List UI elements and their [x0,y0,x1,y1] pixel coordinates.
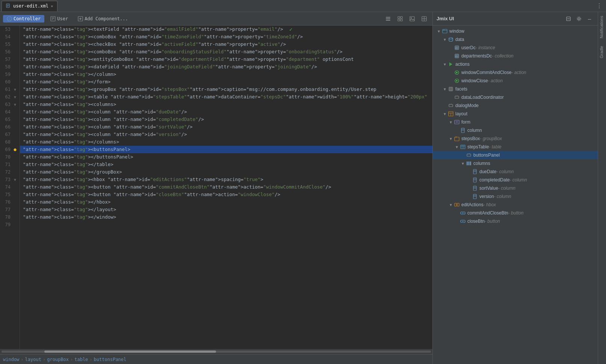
code-line-57[interactable]: "attr-name">class="tag"><entityComboBox … [20,56,432,63]
tree-expand-actions[interactable]: ▼ [442,61,448,67]
tree-expand-commitAndCloseBtn[interactable] [454,210,460,216]
tree-expand-dueDate[interactable] [466,169,472,175]
tree-item-stepsBox[interactable]: ▼stepsBox - groupBox [433,134,598,143]
toolbar-tab-user[interactable]: User [47,15,72,23]
code-line-76[interactable]: "attr-name">class="tag"></hbox> [20,198,432,206]
tree-item-column[interactable]: column [433,126,598,134]
tree-item-commitAndCloseBtn[interactable]: commitAndCloseBtn - button [433,209,598,217]
code-line-69[interactable]: "attr-name">class="tag"><buttonsPanel> [20,146,432,153]
tree-expand-data[interactable]: ▼ [442,36,448,42]
panel-minimize-button[interactable] [564,14,573,23]
code-line-60[interactable]: "attr-name">class="tag"></form> [20,78,432,86]
breadcrumb-item-groupBox[interactable]: groupBox [47,357,69,362]
fold-icon-73[interactable]: ▼ [14,178,16,182]
list-view-button[interactable] [383,14,393,24]
scrollbar-track[interactable] [2,350,431,353]
tree-item-columns[interactable]: ▼columns [433,159,598,168]
tree-expand-dataLoadCoordinator[interactable] [448,94,454,100]
tree-expand-userDc[interactable] [448,45,454,51]
tree-expand-sortValue[interactable] [466,185,472,191]
tree-expand-stepsBox[interactable]: ▼ [448,136,454,142]
code-line-79[interactable] [20,221,432,228]
code-line-55[interactable]: "attr-name">class="tag"><checkBox "attr-… [20,41,432,48]
tree-item-sortValue[interactable]: sortValue - column [433,184,598,192]
tree-expand-departmentsDc[interactable] [448,53,454,59]
tree-item-form[interactable]: ▼form [433,118,598,126]
toolbar-tab-controller[interactable]: C Controller [3,15,44,23]
tree-expand-windowCommitAndClose[interactable] [448,69,454,76]
code-line-68[interactable]: "attr-name">class="tag"></columns> [20,138,432,146]
tree-expand-editActions[interactable]: ▼ [448,202,454,208]
breadcrumb-item-buttonsPanel[interactable]: buttonsPanel [94,357,127,362]
tree-item-dataLoadCoordinator[interactable]: dataLoadCoordinator [433,93,598,101]
code-line-54[interactable]: "attr-name">class="tag"><comboBox "attr-… [20,33,432,41]
code-line-75[interactable]: "attr-name">class="tag"><button "attr-na… [20,191,432,198]
fold-icon-62[interactable]: ▼ [14,95,16,99]
breadcrumb-item-table[interactable]: table [74,357,88,362]
tree-item-version[interactable]: version - column [433,192,598,201]
tree-expand-columns[interactable]: ▼ [460,160,466,166]
code-line-78[interactable]: "attr-name">class="tag"></window> [20,213,432,221]
tree-item-completedDate[interactable]: completedDate - column [433,176,598,184]
code-line-56[interactable]: "attr-name">class="tag"><comboBox "attr-… [20,48,432,56]
code-line-62[interactable]: "attr-name">class="tag"><table "attr-nam… [20,93,432,101]
breadcrumb-item-layout[interactable]: layout [25,357,41,362]
code-content[interactable]: "attr-name">class="tag"><textField "attr… [20,26,432,349]
tree-expand-form[interactable]: ▼ [448,119,454,125]
gradle-strip-item[interactable]: Gradle [598,42,606,62]
fold-icon-61[interactable]: ▼ [14,88,16,92]
tree-item-facets[interactable]: ▼facets [433,85,598,93]
tree-item-closeBtn[interactable]: closeBtn - button [433,217,598,225]
tab-menu-dots[interactable]: ⋮ [594,2,604,9]
tree-expand-closeBtn[interactable] [454,218,460,224]
tree-item-window[interactable]: ▼window [433,27,598,35]
breadcrumb-item-window[interactable]: window [3,357,19,362]
active-tab[interactable]: user-edit.xml × [2,1,57,11]
tree-container[interactable]: ▼window▼data dcuserDc - instance dcdepar… [433,26,598,364]
image-view-button[interactable] [407,14,417,24]
code-line-61[interactable]: "attr-name">class="tag"><groupBox "attr-… [20,86,432,93]
tree-item-departmentsDc[interactable]: dcdepartmentsDc - collection [433,52,598,60]
tree-expand-buttonsPanel[interactable] [460,152,466,158]
code-line-65[interactable]: "attr-name">class="tag"><column "attr-na… [20,116,432,123]
tree-expand-windowClose[interactable] [448,78,454,84]
code-line-77[interactable]: "attr-name">class="tag"></layout> [20,206,432,213]
code-line-53[interactable]: "attr-name">class="tag"><textField "attr… [20,26,432,33]
code-line-70[interactable]: "attr-name">class="tag"></buttonsPanel> [20,153,432,161]
code-line-63[interactable]: "attr-name">class="tag"><columns> [20,101,432,108]
tree-item-actions[interactable]: ▼actions [433,60,598,68]
image2-view-button[interactable] [419,14,429,24]
tree-item-layout[interactable]: ▼layout [433,110,598,118]
tree-item-dialogMode[interactable]: dialogMode [433,101,598,110]
tab-close-button[interactable]: × [51,4,53,9]
panel-close-button[interactable]: — [585,14,594,23]
tree-expand-dialogMode[interactable] [442,103,448,109]
code-line-71[interactable]: "attr-name">class="tag"></table> [20,161,432,168]
tree-expand-window[interactable]: ▼ [436,28,442,34]
tree-item-userDc[interactable]: dcuserDc - instance [433,44,598,52]
code-line-72[interactable]: "attr-name">class="tag"></groupBox> [20,168,432,176]
tree-item-windowCommitAndClose[interactable]: windowCommitAndClose - action [433,68,598,77]
code-line-58[interactable]: "attr-name">class="tag"><dateField "attr… [20,63,432,71]
code-line-67[interactable]: "attr-name">class="tag"><column "attr-na… [20,131,432,138]
code-line-64[interactable]: "attr-name">class="tag"><column "attr-na… [20,108,432,116]
code-line-73[interactable]: "attr-name">class="tag"><hbox "attr-name… [20,176,432,183]
tree-expand-layout[interactable]: ▼ [442,111,448,117]
code-line-66[interactable]: "attr-name">class="tag"><column "attr-na… [20,123,432,131]
tree-item-windowClose[interactable]: windowClose - action [433,77,598,85]
tree-item-editActions[interactable]: ▼editActions - hbox [433,201,598,209]
fold-icon-63[interactable]: ▼ [14,103,16,107]
tree-expand-completedDate[interactable] [466,177,472,183]
panel-settings-button[interactable] [574,14,583,23]
toolbar-tab-add-component[interactable]: Add Component... [74,15,132,23]
code-line-74[interactable]: "attr-name">class="tag"><button "attr-na… [20,183,432,191]
grid-view-button[interactable] [395,14,405,24]
scrollbar-thumb[interactable] [44,350,216,353]
notifications-strip-item[interactable]: Notifications [598,12,606,42]
tree-item-data[interactable]: ▼data [433,35,598,44]
tree-item-stepsTable[interactable]: ▼stepsTable - table [433,143,598,151]
tree-item-dueDate[interactable]: dueDate - column [433,168,598,176]
tree-expand-column[interactable] [454,127,460,133]
tree-expand-facets[interactable]: ▼ [442,86,448,92]
tree-expand-version[interactable] [466,193,472,199]
